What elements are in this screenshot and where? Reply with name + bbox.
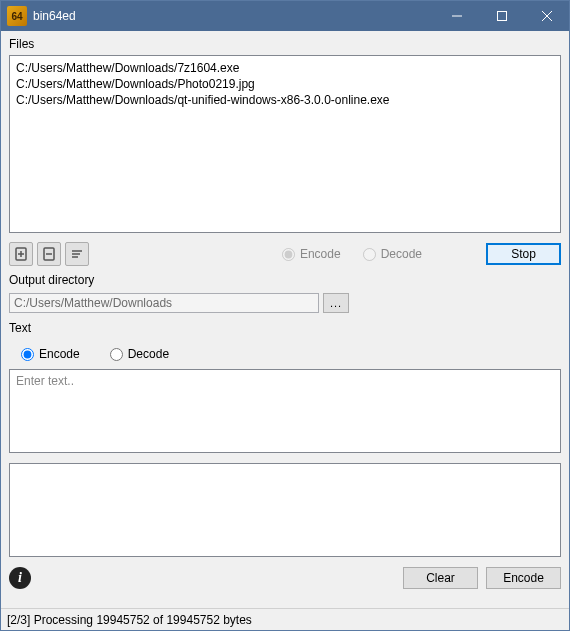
file-encode-radio[interactable]: Encode bbox=[282, 247, 341, 261]
clear-button[interactable]: Clear bbox=[403, 567, 478, 589]
svg-rect-1 bbox=[497, 12, 506, 21]
text-mode-radios: Encode Decode bbox=[9, 339, 561, 367]
file-item[interactable]: C:/Users/Matthew/Downloads/7z1604.exe bbox=[16, 60, 554, 76]
status-text: [2/3] Processing 19945752 of 19945752 by… bbox=[7, 613, 252, 627]
file-decode-radio[interactable]: Decode bbox=[363, 247, 422, 261]
remove-file-button[interactable] bbox=[37, 242, 61, 266]
file-item[interactable]: C:/Users/Matthew/Downloads/Photo0219.jpg bbox=[16, 76, 554, 92]
window-title: bin64ed bbox=[33, 9, 434, 23]
info-button[interactable]: i bbox=[9, 567, 31, 589]
text-output[interactable] bbox=[9, 463, 561, 557]
output-dir-input[interactable] bbox=[9, 293, 319, 313]
maximize-button[interactable] bbox=[479, 1, 524, 31]
file-encode-label: Encode bbox=[300, 247, 341, 261]
titlebar: 64 bin64ed bbox=[1, 1, 569, 31]
minimize-button[interactable] bbox=[434, 1, 479, 31]
encode-button[interactable]: Encode bbox=[486, 567, 561, 589]
clear-files-button[interactable] bbox=[65, 242, 89, 266]
files-toolbar: Encode Decode Stop bbox=[9, 239, 561, 269]
window-controls bbox=[434, 1, 569, 31]
text-label: Text bbox=[9, 321, 561, 335]
status-bar: [2/3] Processing 19945752 of 19945752 by… bbox=[1, 608, 569, 630]
close-button[interactable] bbox=[524, 1, 569, 31]
file-mode-radios: Encode Decode bbox=[282, 247, 422, 261]
text-decode-label: Decode bbox=[128, 347, 169, 361]
browse-button[interactable]: ... bbox=[323, 293, 349, 313]
files-label: Files bbox=[9, 37, 561, 51]
window-body: Files C:/Users/Matthew/Downloads/7z1604.… bbox=[1, 31, 569, 608]
text-encode-label: Encode bbox=[39, 347, 80, 361]
app-icon: 64 bbox=[7, 6, 27, 26]
stop-button[interactable]: Stop bbox=[486, 243, 561, 265]
file-item[interactable]: C:/Users/Matthew/Downloads/qt-unified-wi… bbox=[16, 92, 554, 108]
files-list[interactable]: C:/Users/Matthew/Downloads/7z1604.exeC:/… bbox=[9, 55, 561, 233]
add-file-button[interactable] bbox=[9, 242, 33, 266]
bottom-toolbar: i Clear Encode bbox=[9, 567, 561, 589]
output-dir-label: Output directory bbox=[9, 273, 561, 287]
text-encode-radio[interactable]: Encode bbox=[21, 347, 80, 361]
text-decode-radio[interactable]: Decode bbox=[110, 347, 169, 361]
text-input[interactable] bbox=[9, 369, 561, 453]
app-window: 64 bin64ed Files C:/Users/Matthew/Downlo… bbox=[0, 0, 570, 631]
file-decode-label: Decode bbox=[381, 247, 422, 261]
output-dir-row: ... bbox=[9, 293, 561, 313]
